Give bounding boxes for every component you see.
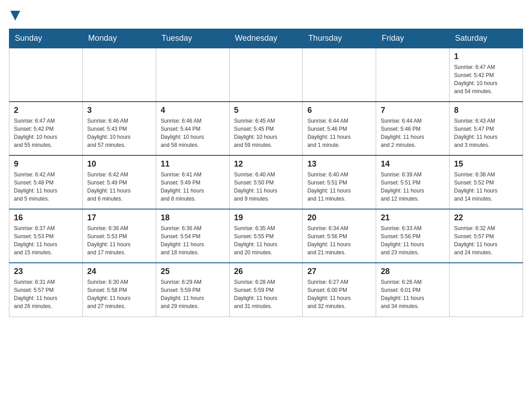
day-number: 11	[161, 159, 225, 169]
calendar-cell: 28Sunrise: 6:26 AM Sunset: 6:01 PM Dayli…	[376, 263, 450, 317]
calendar-week-3: 9Sunrise: 6:42 AM Sunset: 5:48 PM Daylig…	[9, 155, 523, 209]
day-header-saturday: Saturday	[450, 29, 523, 48]
day-info: Sunrise: 6:46 AM Sunset: 5:43 PM Dayligh…	[87, 117, 151, 149]
day-info: Sunrise: 6:44 AM Sunset: 5:46 PM Dayligh…	[307, 117, 371, 149]
calendar-cell	[156, 48, 229, 102]
calendar-cell	[229, 48, 303, 102]
calendar-week-2: 2Sunrise: 6:47 AM Sunset: 5:42 PM Daylig…	[9, 102, 523, 155]
day-info: Sunrise: 6:26 AM Sunset: 6:01 PM Dayligh…	[381, 278, 445, 310]
calendar-cell: 13Sunrise: 6:40 AM Sunset: 5:51 PM Dayli…	[303, 155, 376, 209]
calendar-cell: 3Sunrise: 6:46 AM Sunset: 5:43 PM Daylig…	[82, 102, 156, 155]
calendar-week-5: 23Sunrise: 6:31 AM Sunset: 5:57 PM Dayli…	[9, 263, 523, 317]
day-info: Sunrise: 6:40 AM Sunset: 5:50 PM Dayligh…	[234, 171, 298, 203]
day-number: 13	[307, 159, 371, 169]
calendar-cell: 25Sunrise: 6:29 AM Sunset: 5:59 PM Dayli…	[156, 263, 229, 317]
day-number: 4	[161, 106, 225, 115]
calendar-cell	[450, 263, 523, 317]
day-number: 9	[14, 159, 78, 169]
calendar-cell: 26Sunrise: 6:28 AM Sunset: 5:59 PM Dayli…	[229, 263, 303, 317]
day-info: Sunrise: 6:35 AM Sunset: 5:55 PM Dayligh…	[234, 224, 298, 257]
day-number: 26	[234, 267, 298, 276]
calendar-cell: 5Sunrise: 6:45 AM Sunset: 5:45 PM Daylig…	[229, 102, 303, 155]
day-number: 24	[87, 267, 151, 276]
day-info: Sunrise: 6:37 AM Sunset: 5:53 PM Dayligh…	[14, 224, 78, 257]
day-info: Sunrise: 6:40 AM Sunset: 5:51 PM Dayligh…	[307, 171, 371, 203]
calendar-cell: 6Sunrise: 6:44 AM Sunset: 5:46 PM Daylig…	[303, 102, 376, 155]
day-number: 28	[381, 267, 445, 276]
day-info: Sunrise: 6:36 AM Sunset: 5:54 PM Dayligh…	[161, 224, 225, 257]
calendar-cell: 16Sunrise: 6:37 AM Sunset: 5:53 PM Dayli…	[9, 209, 83, 263]
logo	[9, 9, 20, 21]
day-number: 7	[381, 106, 445, 115]
day-info: Sunrise: 6:41 AM Sunset: 5:49 PM Dayligh…	[161, 171, 225, 203]
day-info: Sunrise: 6:45 AM Sunset: 5:45 PM Dayligh…	[234, 117, 298, 149]
day-number: 19	[234, 213, 298, 223]
calendar-cell: 4Sunrise: 6:46 AM Sunset: 5:44 PM Daylig…	[156, 102, 229, 155]
calendar-cell: 17Sunrise: 6:36 AM Sunset: 5:53 PM Dayli…	[82, 209, 156, 263]
day-number: 20	[307, 213, 371, 223]
day-info: Sunrise: 6:43 AM Sunset: 5:47 PM Dayligh…	[454, 117, 518, 149]
day-number: 10	[87, 159, 151, 169]
day-info: Sunrise: 6:30 AM Sunset: 5:58 PM Dayligh…	[87, 278, 151, 310]
day-header-friday: Friday	[376, 29, 450, 48]
calendar-cell: 10Sunrise: 6:42 AM Sunset: 5:49 PM Dayli…	[82, 155, 156, 209]
calendar-cell	[376, 48, 450, 102]
calendar-cell: 1Sunrise: 6:47 AM Sunset: 5:42 PM Daylig…	[450, 48, 523, 102]
calendar-cell: 7Sunrise: 6:44 AM Sunset: 5:46 PM Daylig…	[376, 102, 450, 155]
day-number: 16	[14, 213, 78, 223]
day-info: Sunrise: 6:47 AM Sunset: 5:42 PM Dayligh…	[14, 117, 78, 149]
calendar-cell: 23Sunrise: 6:31 AM Sunset: 5:57 PM Dayli…	[9, 263, 83, 317]
day-info: Sunrise: 6:38 AM Sunset: 5:52 PM Dayligh…	[454, 171, 518, 203]
day-info: Sunrise: 6:42 AM Sunset: 5:48 PM Dayligh…	[14, 171, 78, 203]
calendar-cell	[82, 48, 156, 102]
calendar-cell: 9Sunrise: 6:42 AM Sunset: 5:48 PM Daylig…	[9, 155, 83, 209]
day-number: 17	[87, 213, 151, 223]
day-number: 15	[454, 159, 518, 169]
calendar-cell: 24Sunrise: 6:30 AM Sunset: 5:58 PM Dayli…	[82, 263, 156, 317]
day-info: Sunrise: 6:47 AM Sunset: 5:42 PM Dayligh…	[454, 63, 518, 95]
calendar-cell: 12Sunrise: 6:40 AM Sunset: 5:50 PM Dayli…	[229, 155, 303, 209]
calendar-cell: 18Sunrise: 6:36 AM Sunset: 5:54 PM Dayli…	[156, 209, 229, 263]
day-header-thursday: Thursday	[303, 29, 376, 48]
day-number: 21	[381, 213, 445, 223]
calendar-week-4: 16Sunrise: 6:37 AM Sunset: 5:53 PM Dayli…	[9, 209, 523, 263]
day-number: 18	[161, 213, 225, 223]
day-number: 1	[454, 52, 518, 61]
day-info: Sunrise: 6:27 AM Sunset: 6:00 PM Dayligh…	[307, 278, 371, 310]
calendar-cell: 19Sunrise: 6:35 AM Sunset: 5:55 PM Dayli…	[229, 209, 303, 263]
calendar-cell: 11Sunrise: 6:41 AM Sunset: 5:49 PM Dayli…	[156, 155, 229, 209]
day-number: 27	[307, 267, 371, 276]
calendar-cell	[303, 48, 376, 102]
logo-icon	[10, 11, 20, 21]
calendar-cell: 21Sunrise: 6:33 AM Sunset: 5:56 PM Dayli…	[376, 209, 450, 263]
calendar-table: SundayMondayTuesdayWednesdayThursdayFrid…	[9, 29, 523, 317]
svg-marker-0	[10, 11, 20, 21]
day-info: Sunrise: 6:32 AM Sunset: 5:57 PM Dayligh…	[454, 224, 518, 257]
day-info: Sunrise: 6:29 AM Sunset: 5:59 PM Dayligh…	[161, 278, 225, 310]
day-number: 25	[161, 267, 225, 276]
calendar-week-1: 1Sunrise: 6:47 AM Sunset: 5:42 PM Daylig…	[9, 48, 523, 102]
day-header-tuesday: Tuesday	[156, 29, 229, 48]
day-number: 22	[454, 213, 518, 223]
day-number: 14	[381, 159, 445, 169]
calendar-cell: 15Sunrise: 6:38 AM Sunset: 5:52 PM Dayli…	[450, 155, 523, 209]
day-header-monday: Monday	[82, 29, 156, 48]
calendar-cell	[9, 48, 83, 102]
calendar-cell: 20Sunrise: 6:34 AM Sunset: 5:56 PM Dayli…	[303, 209, 376, 263]
day-number: 5	[234, 106, 298, 115]
day-number: 23	[14, 267, 78, 276]
day-number: 8	[454, 106, 518, 115]
day-info: Sunrise: 6:44 AM Sunset: 5:46 PM Dayligh…	[381, 117, 445, 149]
page-header	[9, 9, 523, 21]
calendar-cell: 8Sunrise: 6:43 AM Sunset: 5:47 PM Daylig…	[450, 102, 523, 155]
day-info: Sunrise: 6:28 AM Sunset: 5:59 PM Dayligh…	[234, 278, 298, 310]
day-header-sunday: Sunday	[9, 29, 83, 48]
calendar-header-row: SundayMondayTuesdayWednesdayThursdayFrid…	[9, 29, 523, 48]
calendar-cell: 22Sunrise: 6:32 AM Sunset: 5:57 PM Dayli…	[450, 209, 523, 263]
day-info: Sunrise: 6:46 AM Sunset: 5:44 PM Dayligh…	[161, 117, 225, 149]
calendar-cell: 14Sunrise: 6:39 AM Sunset: 5:51 PM Dayli…	[376, 155, 450, 209]
day-number: 3	[87, 106, 151, 115]
day-number: 2	[14, 106, 78, 115]
day-info: Sunrise: 6:36 AM Sunset: 5:53 PM Dayligh…	[87, 224, 151, 257]
day-info: Sunrise: 6:31 AM Sunset: 5:57 PM Dayligh…	[14, 278, 78, 310]
